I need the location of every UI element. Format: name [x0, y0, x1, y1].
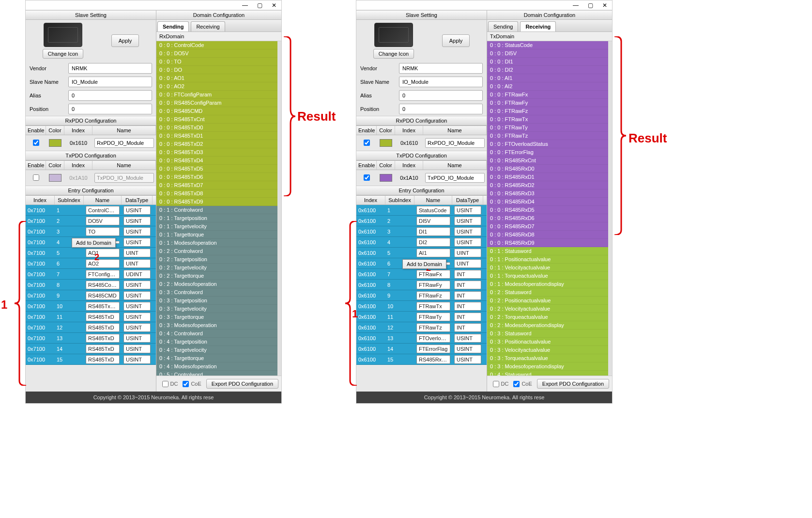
- close-button[interactable]: ✕: [598, 1, 612, 10]
- entry-dtype-input[interactable]: USINT: [454, 355, 481, 364]
- apply-button[interactable]: Apply: [111, 34, 139, 47]
- apply-button[interactable]: Apply: [442, 34, 470, 47]
- entry-row[interactable]: 0x710010RS485TxCntUSINT: [26, 301, 156, 312]
- domain-item[interactable]: 0 : 0 : FTRawTz: [487, 132, 608, 140]
- domain-item[interactable]: 0 : 2 : Modesofoperation: [156, 280, 277, 288]
- entry-name-input[interactable]: FTOverloadStatus: [416, 334, 450, 343]
- entry-name-input[interactable]: StatusCode: [416, 206, 450, 215]
- domain-list[interactable]: 0 : 0 : StatusCode0 : 0 : DI5V0 : 0 : DI…: [487, 41, 612, 376]
- entry-row[interactable]: 0x61002DI5VUSINT: [356, 216, 487, 226]
- entry-row[interactable]: 0x61003DI1USINT: [356, 226, 487, 237]
- entry-name-input[interactable]: FTRawFy: [416, 281, 450, 289]
- domain-item[interactable]: 0 : 3 : Controlword: [156, 288, 277, 297]
- minimize-button[interactable]: —: [238, 1, 252, 10]
- entry-row[interactable]: 0x71008RS485ConfigParamUSINT: [26, 280, 156, 290]
- vendor-input[interactable]: [68, 63, 152, 74]
- entry-row[interactable]: 0x610011FTRawTyINT: [356, 312, 487, 322]
- domain-item[interactable]: 0 : 3 : Modesofoperation: [156, 321, 277, 330]
- domain-item[interactable]: 0 : 3 : Statusword: [487, 330, 608, 338]
- entry-dtype-input[interactable]: UINT: [454, 249, 481, 257]
- domain-item[interactable]: 0 : 0 : AO1: [156, 74, 277, 82]
- entry-name-input[interactable]: FTRawTy: [416, 313, 450, 321]
- entry-name-input[interactable]: DI5V: [416, 217, 450, 225]
- entry-name-input[interactable]: FTRawTz: [416, 323, 450, 332]
- entry-dtype-input[interactable]: INT: [454, 313, 481, 321]
- rxpdo-color-chip[interactable]: [49, 139, 61, 147]
- rxpdo-color-chip[interactable]: [380, 139, 392, 147]
- domain-item[interactable]: 0 : 4 : Controlword: [156, 330, 277, 338]
- entry-dtype-input[interactable]: USINT: [123, 334, 151, 343]
- maximize-button[interactable]: ▢: [583, 1, 598, 10]
- domain-item[interactable]: 0 : 3 : Positionactualvalue: [487, 338, 608, 346]
- domain-item[interactable]: 0 : 0 : RS485ConfigParam: [156, 99, 277, 107]
- entry-dtype-input[interactable]: USINT: [454, 334, 481, 343]
- entry-name-input[interactable]: ControlCode: [86, 206, 120, 215]
- rxpdo-enable-checkbox[interactable]: [364, 140, 370, 146]
- minimize-button[interactable]: —: [568, 1, 583, 10]
- entry-name-input[interactable]: RS485TxD: [86, 355, 120, 364]
- entry-row[interactable]: 0x71009RS485CMDUSINT: [26, 290, 156, 301]
- entry-row[interactable]: 0x710011RS485TxDUSINT: [26, 312, 156, 322]
- domain-item[interactable]: 0 : 5 : Controlword: [156, 371, 277, 376]
- change-icon-button[interactable]: Change Icon: [373, 49, 414, 59]
- entry-dtype-input[interactable]: INT: [454, 302, 481, 311]
- domain-item[interactable]: 0 : 0 : RS485TxD8: [156, 189, 277, 198]
- domain-item[interactable]: 0 : 0 : FTRawTx: [487, 115, 608, 124]
- domain-item[interactable]: 0 : 0 : RS485TxD5: [156, 165, 277, 173]
- context-menu-add-to-domain[interactable]: Add to Domain: [402, 259, 446, 269]
- domain-item[interactable]: 0 : 0 : DI5V: [487, 49, 608, 58]
- domain-item[interactable]: 0 : 1 : Targettorque: [156, 231, 277, 239]
- domain-item[interactable]: 0 : 2 : Positionactualvalue: [487, 297, 608, 305]
- domain-item[interactable]: 0 : 1 : Modesofoperationdisplay: [487, 280, 608, 288]
- domain-item[interactable]: 0 : 0 : FTOverloadStatus: [487, 140, 608, 148]
- entry-dtype-input[interactable]: USINT: [123, 217, 151, 225]
- entry-dtype-input[interactable]: USINT: [123, 227, 151, 236]
- rxpdo-enable-checkbox[interactable]: [33, 140, 39, 146]
- domain-item[interactable]: 0 : 2 : Torqueactualvalue: [487, 313, 608, 321]
- entry-name-input[interactable]: RS485TxD: [86, 334, 120, 343]
- entry-row[interactable]: 0x71003TOUSINT: [26, 226, 156, 237]
- domain-item[interactable]: 0 : 3 : Torqueactualvalue: [487, 354, 608, 362]
- domain-item[interactable]: 0 : 1 : Controlword: [156, 206, 277, 214]
- entry-row[interactable]: 0x610010FTRawTxINT: [356, 301, 487, 312]
- coe-checkbox[interactable]: [513, 381, 520, 387]
- entry-dtype-input[interactable]: UINT: [123, 259, 151, 268]
- entry-dtype-input[interactable]: USINT: [123, 291, 151, 300]
- entry-dtype-input[interactable]: USINT: [123, 238, 151, 247]
- vendor-input[interactable]: [399, 63, 483, 74]
- domain-item[interactable]: 0 : 1 : Targetvelocity: [156, 222, 277, 231]
- entry-rows[interactable]: 0x61001StatusCodeUSINT0x61002DI5VUSINT0x…: [356, 205, 487, 392]
- domain-item[interactable]: 0 : 0 : RS485RxD1: [487, 173, 608, 181]
- domain-item[interactable]: 0 : 0 : RS485RxD4: [487, 198, 608, 206]
- domain-item[interactable]: 0 : 0 : StatusCode: [487, 41, 608, 49]
- entry-row[interactable]: 0x61007FTRawFxINT: [356, 269, 487, 280]
- context-menu-add-to-domain[interactable]: Add to Domain: [72, 238, 116, 248]
- domain-item[interactable]: 0 : 0 : DI2: [487, 66, 608, 74]
- domain-item[interactable]: 0 : 1 : Torqueactualvalue: [487, 272, 608, 280]
- entry-name-input[interactable]: RS485TxCnt: [86, 302, 120, 311]
- entry-row[interactable]: 0x61008FTRawFyINT: [356, 280, 487, 290]
- entry-dtype-input[interactable]: USINT: [454, 345, 481, 353]
- txpdo-row[interactable]: 0x1A10: [356, 170, 487, 186]
- domain-item[interactable]: 0 : 0 : RS485TxD9: [156, 198, 277, 206]
- domain-item[interactable]: 0 : 0 : RS485RxD9: [487, 239, 608, 247]
- change-icon-button[interactable]: Change Icon: [43, 49, 83, 59]
- coe-checkbox[interactable]: [183, 381, 189, 387]
- domain-item[interactable]: 0 : 0 : RS485TxD0: [156, 124, 277, 132]
- entry-dtype-input[interactable]: USINT: [123, 302, 151, 311]
- position-input[interactable]: [399, 104, 483, 114]
- domain-item[interactable]: 0 : 0 : RS485TxD1: [156, 132, 277, 140]
- entry-row[interactable]: 0x610014FTErrorFlagUSINT: [356, 344, 487, 354]
- entry-name-input[interactable]: FTConfigParam: [86, 270, 120, 279]
- close-button[interactable]: ✕: [267, 1, 281, 10]
- entry-row[interactable]: 0x71002DO5VUSINT: [26, 216, 156, 226]
- domain-item[interactable]: 0 : 0 : RS485CMD: [156, 107, 277, 115]
- domain-item[interactable]: 0 : 0 : AO2: [156, 82, 277, 91]
- domain-item[interactable]: 0 : 0 : RS485RxD8: [487, 231, 608, 239]
- domain-item[interactable]: 0 : 0 : RS485TxD6: [156, 173, 277, 181]
- domain-item[interactable]: 0 : 0 : RS485RxCnt: [487, 157, 608, 165]
- entry-name-input[interactable]: FTRawFx: [416, 270, 450, 279]
- domain-item[interactable]: 0 : 4 : Modesofoperation: [156, 362, 277, 371]
- entry-row[interactable]: 0x710013RS485TxDUSINT: [26, 333, 156, 344]
- domain-item[interactable]: 0 : 0 : RS485RxD0: [487, 165, 608, 173]
